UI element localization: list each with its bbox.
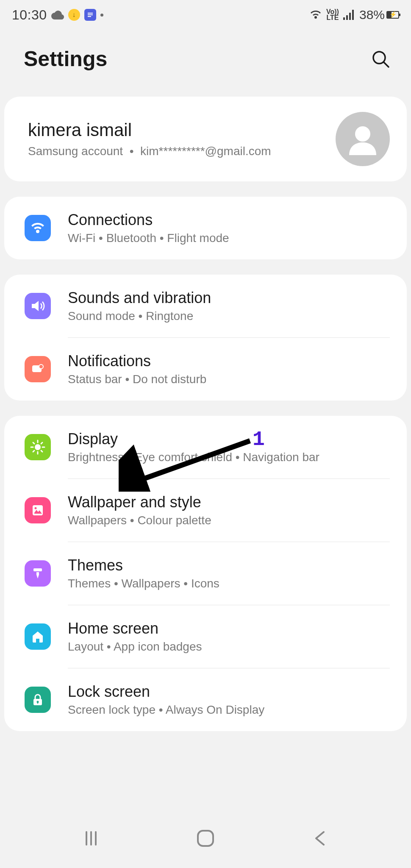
lock-screen-icon <box>25 687 51 713</box>
svg-line-20 <box>33 451 34 452</box>
app-badge-yellow-icon: ↓ <box>68 9 80 21</box>
wallpaper-icon <box>25 497 51 523</box>
item-title: Display <box>68 430 390 448</box>
search-button[interactable] <box>370 49 391 69</box>
settings-item-display[interactable]: Display Brightness • Eye comfort shield … <box>4 416 407 479</box>
avatar[interactable] <box>336 112 390 166</box>
settings-item-connections[interactable]: Connections Wi-Fi • Bluetooth • Flight m… <box>4 197 407 259</box>
settings-item-themes[interactable]: Themes Themes • Wallpapers • Icons <box>4 542 407 605</box>
battery-icon: ⚡ <box>386 11 399 19</box>
item-subtitle: Status bar • Do not disturb <box>68 373 390 386</box>
themes-icon <box>25 560 51 587</box>
item-subtitle: Brightness • Eye comfort shield • Naviga… <box>68 451 390 464</box>
account-name: kimera ismail <box>28 120 325 140</box>
svg-line-17 <box>33 442 34 444</box>
sound-icon <box>25 293 51 319</box>
notifications-icon <box>25 356 51 382</box>
item-subtitle: Wi-Fi • Bluetooth • Flight mode <box>68 231 390 245</box>
settings-group: Sounds and vibration Sound mode • Ringto… <box>4 275 407 401</box>
svg-rect-26 <box>37 702 38 704</box>
svg-line-18 <box>41 451 42 452</box>
svg-rect-5 <box>349 13 351 20</box>
item-title: Connections <box>68 211 390 229</box>
settings-group: Display Brightness • Eye comfort shield … <box>4 416 407 731</box>
svg-rect-23 <box>33 568 42 571</box>
cloud-icon <box>51 10 64 19</box>
svg-rect-6 <box>352 10 354 20</box>
status-bar: 10:30 ↓ Vo)) LTE 38% ⚡ <box>0 0 411 30</box>
item-title: Lock screen <box>68 683 390 701</box>
back-button[interactable] <box>307 826 333 851</box>
account-card[interactable]: kimera ismail Samsung account • kim*****… <box>4 97 407 181</box>
display-icon <box>25 434 51 460</box>
svg-rect-1 <box>88 14 93 15</box>
item-subtitle: Wallpapers • Colour palette <box>68 514 390 527</box>
annotation-label: 1 <box>253 428 265 451</box>
system-nav-bar <box>0 809 411 868</box>
account-subtitle: Samsung account • kim**********@gmail.co… <box>28 145 325 158</box>
svg-rect-21 <box>33 505 43 515</box>
item-title: Home screen <box>68 620 390 637</box>
page-header: Settings <box>0 30 411 97</box>
settings-item-home-screen[interactable]: Home screen Layout • App icon badges <box>4 605 407 668</box>
svg-point-12 <box>35 444 41 450</box>
connections-icon <box>25 215 51 241</box>
settings-item-notifications[interactable]: Notifications Status bar • Do not distur… <box>4 338 407 401</box>
svg-rect-3 <box>343 17 345 20</box>
svg-line-8 <box>384 62 389 67</box>
item-title: Sounds and vibration <box>68 289 390 307</box>
app-badge-blue-icon <box>84 9 96 21</box>
item-title: Wallpaper and style <box>68 493 390 511</box>
home-icon <box>196 829 215 848</box>
more-notifications-dot <box>100 14 103 17</box>
item-subtitle: Layout • App icon badges <box>68 640 390 654</box>
item-subtitle: Themes • Wallpapers • Icons <box>68 577 390 590</box>
signal-icon <box>343 10 355 20</box>
svg-rect-0 <box>88 13 93 14</box>
svg-point-9 <box>355 126 370 142</box>
page-title: Settings <box>24 47 107 71</box>
settings-item-wallpaper[interactable]: Wallpaper and style Wallpapers • Colour … <box>4 479 407 542</box>
settings-item-sounds[interactable]: Sounds and vibration Sound mode • Ringto… <box>4 275 407 337</box>
recents-button[interactable] <box>78 826 104 851</box>
svg-rect-31 <box>198 831 213 846</box>
item-subtitle: Sound mode • Ringtone <box>68 309 390 323</box>
volte-icon: Vo)) LTE <box>326 9 339 21</box>
svg-rect-4 <box>346 15 348 20</box>
settings-group: Connections Wi-Fi • Bluetooth • Flight m… <box>4 197 407 259</box>
svg-point-11 <box>39 364 43 369</box>
person-icon <box>346 122 380 156</box>
battery-status: 38% ⚡ <box>359 8 399 22</box>
svg-line-19 <box>41 442 42 444</box>
back-icon <box>313 830 327 846</box>
item-subtitle: Screen lock type • Always On Display <box>68 703 390 717</box>
home-button[interactable] <box>193 826 218 851</box>
item-title: Themes <box>68 556 390 574</box>
battery-percent: 38% <box>359 8 385 22</box>
svg-rect-2 <box>88 16 91 17</box>
status-time: 10:30 <box>12 7 47 23</box>
recents-icon <box>83 830 99 846</box>
search-icon <box>371 49 390 69</box>
svg-point-22 <box>35 507 37 509</box>
home-screen-icon <box>25 623 51 650</box>
wifi-status-icon <box>309 10 322 20</box>
item-title: Notifications <box>68 352 390 370</box>
settings-item-lock-screen[interactable]: Lock screen Screen lock type • Always On… <box>4 668 407 731</box>
